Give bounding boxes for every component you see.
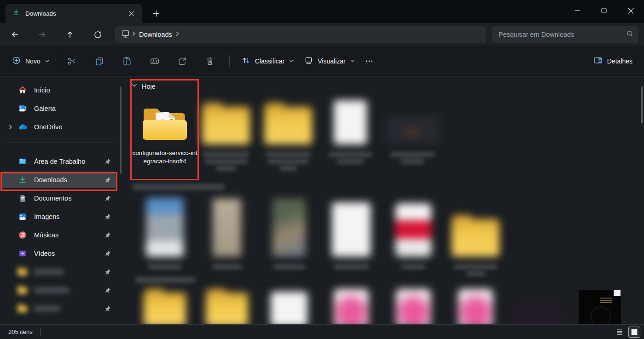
sidebar-item-label: Galeria <box>34 105 116 112</box>
back-button[interactable] <box>5 26 25 43</box>
paste-button[interactable] <box>118 52 136 70</box>
file-explorer-window: Downloads <box>0 0 644 339</box>
toolbar-separator <box>229 55 230 67</box>
search-icon[interactable] <box>626 29 634 40</box>
downloads-icon <box>17 175 28 184</box>
computer-icon[interactable] <box>121 29 130 40</box>
details-button[interactable]: Detalhes <box>588 52 638 70</box>
chevron-down-icon[interactable] <box>131 82 138 91</box>
blurred-folder-tile[interactable] <box>133 287 196 324</box>
sidebar-item-downloads[interactable]: Downloads <box>1 172 116 188</box>
blurred-image-tile[interactable] <box>381 93 443 164</box>
large-icons-view-button[interactable] <box>628 327 640 338</box>
blurred-image-tile[interactable] <box>196 194 258 269</box>
blurred-folder-tile[interactable] <box>195 93 257 171</box>
blurred-document-tile[interactable] <box>258 287 320 324</box>
blurred-folder-tile[interactable] <box>196 287 258 324</box>
pictures-icon <box>17 212 28 221</box>
pin-icon <box>104 195 111 201</box>
details-view-button[interactable] <box>614 327 626 338</box>
blurred-image-tile[interactable] <box>382 287 444 324</box>
pin-icon <box>104 250 111 257</box>
section-header-hoje[interactable]: Hoje <box>131 82 156 91</box>
rename-button[interactable] <box>145 52 164 70</box>
blurred-section-header <box>132 184 225 190</box>
blurred-image-tile[interactable] <box>444 287 506 324</box>
sidebar-item-videos[interactable]: Vídeos <box>1 245 116 262</box>
share-button[interactable] <box>173 52 191 70</box>
blurred-image-tile[interactable] <box>133 194 196 269</box>
sidebar-item-label: Início <box>34 86 116 94</box>
minimize-button[interactable] <box>564 0 591 21</box>
close-button[interactable] <box>617 0 644 21</box>
image-thumbnail <box>513 301 563 324</box>
sidebar-item-inicio[interactable]: Início <box>1 82 116 98</box>
new-button[interactable]: Novo <box>6 52 55 70</box>
pin-icon <box>104 158 111 165</box>
toolbar-separator <box>56 55 56 67</box>
breadcrumb-bar[interactable]: Downloads <box>115 26 486 43</box>
expand-chevron-icon[interactable] <box>4 124 17 130</box>
refresh-button[interactable] <box>87 26 108 43</box>
cut-button[interactable] <box>63 52 81 70</box>
file-name: configurador-servico-integracao-insoft4 <box>131 149 198 166</box>
sidebar-item-galeria[interactable]: Galeria <box>1 100 116 117</box>
titlebar: Downloads <box>0 0 644 23</box>
more-options-button[interactable] <box>360 52 378 70</box>
sidebar-item-area-de-trabalho[interactable]: Área de Trabalho <box>1 153 116 170</box>
new-tab-button[interactable] <box>149 6 163 20</box>
blurred-image-tile[interactable] <box>320 287 382 324</box>
folder-icon <box>17 287 27 294</box>
delete-button[interactable] <box>201 52 219 70</box>
sidebar-item-label: Vídeos <box>34 250 104 257</box>
details-pane-icon <box>593 55 603 67</box>
sidebar-item-imagens[interactable]: Imagens <box>1 208 116 225</box>
blurred-document-tile[interactable] <box>320 194 382 269</box>
blurred-document-tile[interactable] <box>382 194 444 269</box>
blurred-folder-tile[interactable] <box>444 194 506 276</box>
document-icon <box>334 100 367 144</box>
chevron-right-icon[interactable] <box>174 30 181 39</box>
tab-downloads[interactable]: Downloads <box>6 4 142 23</box>
tab-title: Downloads <box>25 10 125 17</box>
screenshot-thumbnail <box>385 115 440 144</box>
sidebar-item-musicas[interactable]: Músicas <box>1 227 116 243</box>
pin-icon <box>104 269 111 275</box>
image-icon <box>458 289 493 324</box>
search-input[interactable] <box>499 31 626 38</box>
command-toolbar: Novo Classificar <box>0 46 644 76</box>
image-icon <box>396 289 431 324</box>
content-scrollbar[interactable] <box>641 86 643 123</box>
sidebar-divider <box>4 143 115 143</box>
app-screenshot-thumbnail <box>579 290 621 324</box>
view-button[interactable]: Visualizar <box>299 52 360 70</box>
sidebar-item-label: Músicas <box>34 231 104 239</box>
image-thumbnail <box>213 199 241 257</box>
blurred-image-tile[interactable] <box>258 194 320 269</box>
blurred-document-tile[interactable] <box>319 93 381 164</box>
screenshot-tile[interactable] <box>569 287 631 324</box>
sidebar-item-blurred[interactable] <box>1 300 116 317</box>
blurred-image-tile[interactable] <box>506 287 569 324</box>
tab-close-icon[interactable] <box>125 7 137 19</box>
search-box[interactable] <box>492 26 638 43</box>
sidebar-item-documentos[interactable]: Documentos <box>1 190 116 207</box>
pin-icon <box>104 213 111 220</box>
breadcrumb-item-downloads[interactable]: Downloads <box>139 31 172 38</box>
document-icon <box>271 292 307 324</box>
copy-button[interactable] <box>90 52 109 70</box>
sidebar-scrollbar[interactable] <box>120 86 122 174</box>
sidebar-item-blurred[interactable] <box>1 264 116 280</box>
file-list: Hoje { } <box>122 76 644 324</box>
up-button[interactable] <box>60 26 80 43</box>
sort-icon <box>241 56 251 67</box>
blurred-folder-tile[interactable] <box>257 93 319 171</box>
maximize-button[interactable] <box>591 0 617 21</box>
blurred-section-header <box>135 277 196 283</box>
sidebar-item-onedrive[interactable]: OneDrive <box>1 119 116 135</box>
folder-configurador-servico-integracao-insoft4[interactable]: { } configurador-servico-integracao-inso… <box>131 93 198 166</box>
sidebar-item-blurred[interactable] <box>1 282 116 299</box>
sort-button[interactable]: Classificar <box>236 52 299 70</box>
forward-button[interactable] <box>32 26 52 43</box>
view-button-label: Visualizar <box>318 57 345 65</box>
